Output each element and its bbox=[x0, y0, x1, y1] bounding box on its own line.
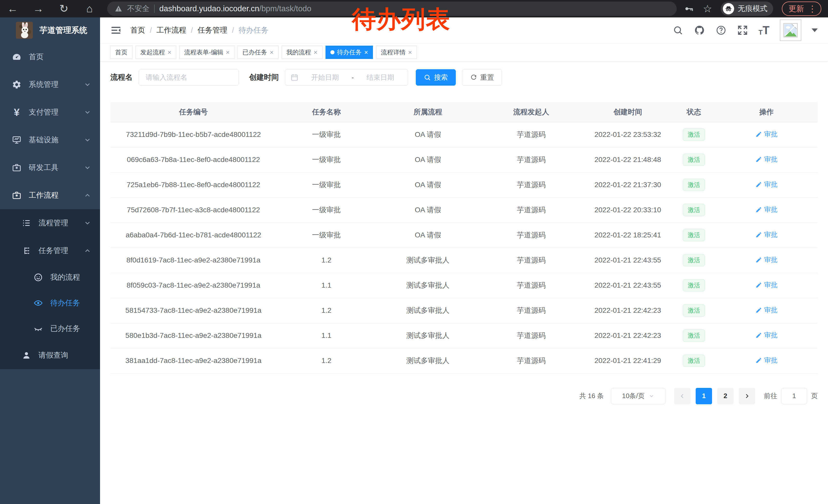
sidebar-item-payment[interactable]: ¥ 支付管理 bbox=[0, 98, 100, 126]
page-unit-label: 页 bbox=[811, 392, 818, 401]
close-icon[interactable]: × bbox=[364, 49, 368, 56]
github-icon[interactable] bbox=[694, 25, 705, 36]
goto-page-input[interactable] bbox=[781, 388, 807, 404]
face-icon bbox=[33, 272, 44, 283]
edit-pencil-icon bbox=[755, 207, 762, 213]
incognito-label: 无痕模式 bbox=[738, 4, 768, 14]
avatar[interactable] bbox=[780, 19, 801, 41]
approve-button[interactable]: 审批 bbox=[755, 306, 778, 315]
end-date-placeholder[interactable]: 结束日期 bbox=[358, 73, 403, 82]
approve-button[interactable]: 审批 bbox=[755, 155, 778, 164]
prev-page-button[interactable] bbox=[674, 388, 691, 404]
status-badge: 激活 bbox=[683, 304, 705, 317]
tab-my-process[interactable]: 我的流程× bbox=[282, 46, 322, 59]
cell-starter: 芋道源码 bbox=[480, 273, 583, 298]
create-time-label: 创建时间 bbox=[249, 72, 279, 83]
help-icon[interactable] bbox=[715, 25, 727, 36]
approve-button[interactable]: 审批 bbox=[755, 356, 778, 365]
cell-create-time: 2022-01-21 22:41:29 bbox=[583, 348, 672, 373]
page-button-1[interactable]: 1 bbox=[696, 388, 712, 404]
table-header: 任务编号 任务名称 所属流程 流程发起人 创建时间 状态 操作 bbox=[110, 102, 818, 122]
cell-actions: 审批 bbox=[715, 122, 818, 147]
key-icon[interactable] bbox=[684, 4, 694, 14]
approve-button[interactable]: 审批 bbox=[755, 180, 778, 189]
status-badge: 激活 bbox=[683, 355, 705, 367]
tab-home[interactable]: 首页 bbox=[110, 46, 132, 59]
home-icon[interactable]: ⌂ bbox=[84, 3, 95, 14]
approve-button[interactable]: 审批 bbox=[755, 331, 778, 340]
font-size-icon[interactable]: TT bbox=[758, 25, 770, 36]
sidebar-item-task-mgmt[interactable]: 任务管理 bbox=[0, 237, 100, 265]
cell-task-id: 8f059c03-7ac8-11ec-a9e2-a2380e71991a bbox=[110, 273, 277, 298]
sidebar-item-todo-tasks[interactable]: 待办任务 bbox=[0, 290, 100, 316]
briefcase-icon bbox=[11, 190, 22, 201]
start-date-placeholder[interactable]: 开始日期 bbox=[303, 73, 347, 82]
tab-done-tasks[interactable]: 已办任务× bbox=[238, 46, 278, 59]
incognito-icon bbox=[723, 3, 734, 14]
reset-button[interactable]: 重置 bbox=[462, 69, 502, 86]
table-row: 580e1b3d-7ac8-11ec-a9e2-a2380e71991a 1.1… bbox=[110, 323, 818, 348]
status-badge: 激活 bbox=[683, 254, 705, 266]
edit-pencil-icon bbox=[755, 156, 762, 163]
approve-button[interactable]: 审批 bbox=[755, 230, 778, 239]
url-host: dashboard.yudao.iocoder.cn bbox=[159, 4, 259, 13]
breadcrumb-home[interactable]: 首页 bbox=[130, 25, 145, 35]
app-logo-row[interactable]: 芋道管理系统 bbox=[0, 17, 100, 43]
sidebar-item-workflow[interactable]: 工作流程 bbox=[0, 182, 100, 209]
sidebar-item-process-mgmt[interactable]: 流程管理 bbox=[0, 209, 100, 237]
page-button-2[interactable]: 2 bbox=[717, 388, 734, 404]
search-button[interactable]: 搜索 bbox=[416, 69, 456, 86]
sidebar-item-devtools[interactable]: 研发工具 bbox=[0, 154, 100, 182]
search-icon[interactable] bbox=[672, 25, 684, 36]
process-name-input[interactable] bbox=[139, 69, 239, 86]
sidebar-item-label: 已办任务 bbox=[50, 324, 80, 334]
tab-start-process[interactable]: 发起流程× bbox=[135, 46, 176, 59]
bookmark-star-icon[interactable]: ☆ bbox=[703, 3, 712, 15]
sidebar-collapse-icon[interactable] bbox=[110, 25, 122, 36]
breadcrumb-task-mgmt[interactable]: 任务管理 bbox=[198, 25, 227, 35]
approve-button[interactable]: 审批 bbox=[755, 205, 778, 214]
browser-menu-icon[interactable]: ⋮ bbox=[808, 4, 817, 13]
close-icon[interactable]: × bbox=[314, 49, 318, 56]
tab-form-edit[interactable]: 流程表单-编辑× bbox=[179, 46, 235, 59]
sidebar-item-my-process[interactable]: 我的流程 bbox=[0, 265, 100, 290]
refresh-icon bbox=[470, 74, 477, 81]
goto-label: 前往 bbox=[764, 392, 777, 401]
close-icon[interactable]: × bbox=[167, 49, 171, 56]
cell-create-time: 2022-01-22 23:53:32 bbox=[583, 122, 672, 147]
forward-icon[interactable]: → bbox=[32, 3, 44, 14]
breadcrumb-workflow[interactable]: 工作流程 bbox=[157, 25, 186, 35]
sidebar-item-infra[interactable]: 基础设施 bbox=[0, 126, 100, 154]
approve-button[interactable]: 审批 bbox=[755, 280, 778, 289]
tab-todo-tasks[interactable]: 待办任务× bbox=[326, 46, 373, 59]
cell-process: OA 请假 bbox=[376, 197, 480, 223]
update-button[interactable]: 更新 ⋮ bbox=[782, 2, 821, 16]
tab-process-detail[interactable]: 流程详情× bbox=[376, 46, 417, 59]
status-badge: 激活 bbox=[683, 129, 705, 141]
close-icon[interactable]: × bbox=[226, 49, 230, 56]
cell-status: 激活 bbox=[673, 147, 715, 172]
reload-icon[interactable]: ↻ bbox=[58, 3, 70, 14]
page-size-select[interactable]: 10条/页 bbox=[611, 388, 665, 404]
close-icon[interactable]: × bbox=[408, 49, 412, 56]
security-label[interactable]: 不安全 bbox=[127, 4, 150, 14]
url-text[interactable]: dashboard.yudao.iocoder.cn/bpm/task/todo bbox=[159, 4, 312, 13]
cell-process: 测试多审批人 bbox=[376, 323, 480, 348]
cell-create-time: 2022-01-21 22:42:23 bbox=[583, 323, 672, 348]
sidebar-item-home[interactable]: 首页 bbox=[0, 43, 100, 71]
close-icon[interactable]: × bbox=[270, 49, 274, 56]
edit-pencil-icon bbox=[755, 332, 762, 339]
cell-actions: 审批 bbox=[715, 298, 818, 323]
next-page-button[interactable] bbox=[739, 388, 755, 404]
col-create-time: 创建时间 bbox=[583, 102, 672, 122]
approve-button[interactable]: 审批 bbox=[755, 130, 778, 139]
sidebar-item-done-tasks[interactable]: 已办任务 bbox=[0, 316, 100, 341]
cell-starter: 芋道源码 bbox=[480, 122, 583, 147]
sidebar-item-leave-query[interactable]: 请假查询 bbox=[0, 341, 100, 369]
avatar-dropdown-icon[interactable] bbox=[812, 29, 818, 32]
date-range-picker[interactable]: 开始日期 - 结束日期 bbox=[285, 69, 408, 86]
sidebar-item-system[interactable]: 系统管理 bbox=[0, 71, 100, 98]
back-icon[interactable]: ← bbox=[7, 3, 18, 14]
fullscreen-icon[interactable] bbox=[737, 25, 748, 36]
approve-button[interactable]: 审批 bbox=[755, 255, 778, 264]
